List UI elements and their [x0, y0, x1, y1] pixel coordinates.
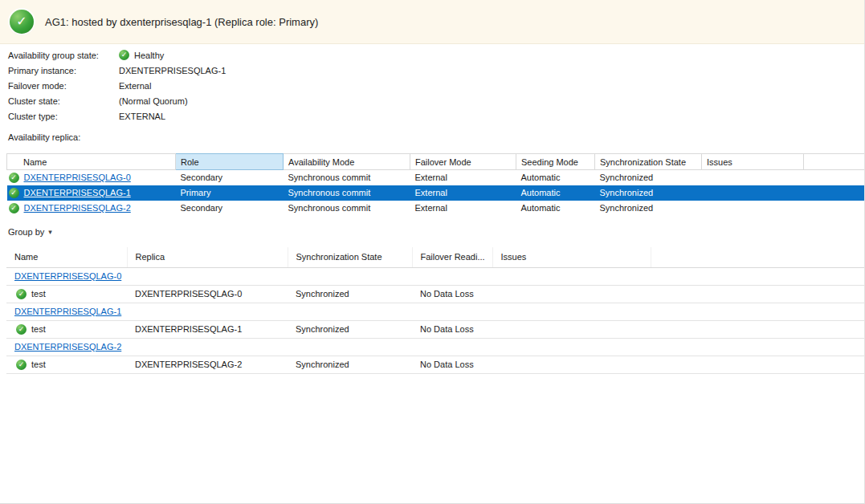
summary-label: Failover mode: — [8, 81, 119, 91]
cell-failover-mode: External — [410, 170, 516, 185]
cell-failover-mode: External — [410, 185, 516, 201]
cell-failover-mode: External — [410, 201, 516, 216]
cell-filler — [651, 320, 865, 338]
replica-table: Name Role Availability Mode Failover Mod… — [6, 153, 865, 216]
database-name: test — [31, 289, 46, 299]
cell-filler — [651, 356, 865, 373]
column-header-synchronization-state[interactable]: Synchronization State — [595, 154, 702, 170]
availability-group-dashboard: ✓ AG1: hosted by dxenterprisesqlag-1 (Re… — [0, 0, 865, 504]
database-healthy-icon: ✓ — [16, 324, 27, 335]
cell-filler — [651, 285, 865, 303]
replica-name-link[interactable]: DXENTERPRISESQLAG-1 — [24, 188, 131, 197]
group-by-dropdown[interactable]: Group by ▾ — [8, 227, 52, 237]
group-table-header: Name Replica Synchronization State Failo… — [6, 247, 865, 267]
summary-value: EXTERNAL — [119, 112, 165, 121]
summary-row-cluster-type: Cluster type: EXTERNAL — [8, 108, 226, 124]
summary-value: External — [119, 81, 151, 91]
cell-synchronization-state: Synchronized — [595, 170, 702, 185]
dashboard-header: ✓ AG1: hosted by dxenterprisesqlag-1 (Re… — [0, 0, 864, 44]
database-healthy-icon: ✓ — [16, 360, 27, 370]
cell-filler — [804, 170, 865, 185]
replica-healthy-icon: ✓ — [9, 203, 19, 213]
group-replica-link[interactable]: DXENTERPRISESQLAG-0 — [14, 271, 121, 281]
replica-row-1-selected[interactable]: ✓ DXENTERPRISESQLAG-1 Primary Synchronou… — [7, 185, 865, 201]
column-header-filler — [804, 154, 865, 170]
group-replica-link[interactable]: DXENTERPRISESQLAG-2 — [14, 342, 121, 352]
page-title: AG1: hosted by dxenterprisesqlag-1 (Repl… — [45, 16, 318, 28]
cell-seeding-mode: Automatic — [516, 170, 595, 185]
group-header-row-1[interactable]: DXENTERPRISESQLAG-1 — [6, 303, 865, 320]
cell-issues — [702, 170, 804, 185]
cell-issues — [492, 285, 651, 303]
healthy-state-icon: ✓ — [119, 50, 129, 60]
column-header-issues[interactable]: Issues — [492, 247, 651, 267]
database-row-0[interactable]: ✓ test DXENTERPRISESQLAG-0 Synchronized … — [6, 285, 865, 303]
summary-row-primary-instance: Primary instance: DXENTERPRISESQLAG-1 — [8, 63, 226, 78]
cell-failover-readiness: No Data Loss — [412, 356, 492, 373]
cell-replica: DXENTERPRISESQLAG-1 — [127, 320, 288, 338]
replica-row-0[interactable]: ✓ DXENTERPRISESQLAG-0 Secondary Synchron… — [7, 170, 865, 185]
column-header-issues[interactable]: Issues — [702, 154, 804, 170]
column-header-role[interactable]: Role — [176, 154, 284, 170]
cell-seeding-mode: Automatic — [516, 185, 595, 201]
replica-row-2[interactable]: ✓ DXENTERPRISESQLAG-2 Secondary Synchron… — [7, 201, 865, 216]
database-row-2[interactable]: ✓ test DXENTERPRISESQLAG-2 Synchronized … — [6, 356, 865, 373]
chevron-down-icon: ▾ — [48, 228, 52, 236]
summary-label: Cluster type: — [8, 112, 119, 121]
cell-synchronization-state: Synchronized — [595, 201, 702, 216]
replica-table-header: Name Role Availability Mode Failover Mod… — [7, 154, 865, 170]
group-header-row-2[interactable]: DXENTERPRISESQLAG-2 — [6, 338, 865, 356]
summary-value: DXENTERPRISESQLAG-1 — [119, 66, 226, 75]
cell-failover-readiness: No Data Loss — [412, 320, 492, 338]
cell-issues — [492, 356, 651, 373]
column-header-name[interactable]: Name — [6, 247, 127, 267]
column-header-name[interactable]: Name — [7, 154, 176, 170]
database-healthy-icon: ✓ — [16, 289, 27, 299]
summary-panel: Availability group state: ✓ Healthy Prim… — [8, 47, 226, 124]
database-group-table: Name Replica Synchronization State Failo… — [6, 247, 865, 374]
summary-label: Availability group state: — [8, 51, 119, 60]
summary-row-group-state: Availability group state: ✓ Healthy — [8, 47, 226, 63]
database-name: test — [31, 360, 46, 369]
cell-seeding-mode: Automatic — [516, 201, 595, 216]
group-replica-link[interactable]: DXENTERPRISESQLAG-1 — [14, 307, 121, 316]
cell-role: Primary — [176, 185, 284, 201]
column-header-filler — [651, 247, 865, 267]
cell-synchronization-state: Synchronized — [595, 185, 702, 201]
cell-availability-mode: Synchronous commit — [284, 185, 410, 201]
database-row-1[interactable]: ✓ test DXENTERPRISESQLAG-1 Synchronized … — [6, 320, 865, 338]
column-header-replica[interactable]: Replica — [127, 247, 288, 267]
availability-replica-label: Availability replica: — [8, 132, 80, 142]
cell-availability-mode: Synchronous commit — [284, 201, 410, 216]
cell-filler — [804, 185, 865, 201]
cell-synchronization-state: Synchronized — [288, 320, 412, 338]
database-name: test — [31, 324, 46, 334]
group-header-row-0[interactable]: DXENTERPRISESQLAG-0 — [6, 267, 865, 285]
check-glyph: ✓ — [16, 15, 27, 28]
summary-value: (Normal Quorum) — [119, 96, 188, 106]
cell-issues — [492, 320, 651, 338]
summary-row-failover-mode: Failover mode: External — [8, 78, 226, 93]
column-header-synchronization-state[interactable]: Synchronization State — [288, 247, 412, 267]
cell-issues — [702, 201, 804, 216]
replica-healthy-icon: ✓ — [9, 188, 19, 198]
column-header-seeding-mode[interactable]: Seeding Mode — [516, 154, 595, 170]
cell-role: Secondary — [176, 201, 284, 216]
replica-name-link[interactable]: DXENTERPRISESQLAG-0 — [24, 173, 131, 182]
replica-name-link[interactable]: DXENTERPRISESQLAG-2 — [24, 203, 131, 213]
cell-availability-mode: Synchronous commit — [284, 170, 410, 185]
summary-value: Healthy — [134, 51, 164, 60]
cell-issues — [702, 185, 804, 201]
cell-filler — [804, 201, 865, 216]
column-header-failover-readiness[interactable]: Failover Readi... — [412, 247, 492, 267]
summary-row-cluster-state: Cluster state: (Normal Quorum) — [8, 93, 226, 108]
column-header-availability-mode[interactable]: Availability Mode — [284, 154, 410, 170]
summary-label: Cluster state: — [8, 96, 119, 106]
ag-healthy-icon: ✓ — [10, 10, 34, 34]
column-header-failover-mode[interactable]: Failover Mode — [410, 154, 516, 170]
cell-failover-readiness: No Data Loss — [412, 285, 492, 303]
cell-replica: DXENTERPRISESQLAG-2 — [127, 356, 288, 373]
replica-healthy-icon: ✓ — [9, 173, 19, 183]
cell-replica: DXENTERPRISESQLAG-0 — [127, 285, 288, 303]
cell-role: Secondary — [176, 170, 284, 185]
